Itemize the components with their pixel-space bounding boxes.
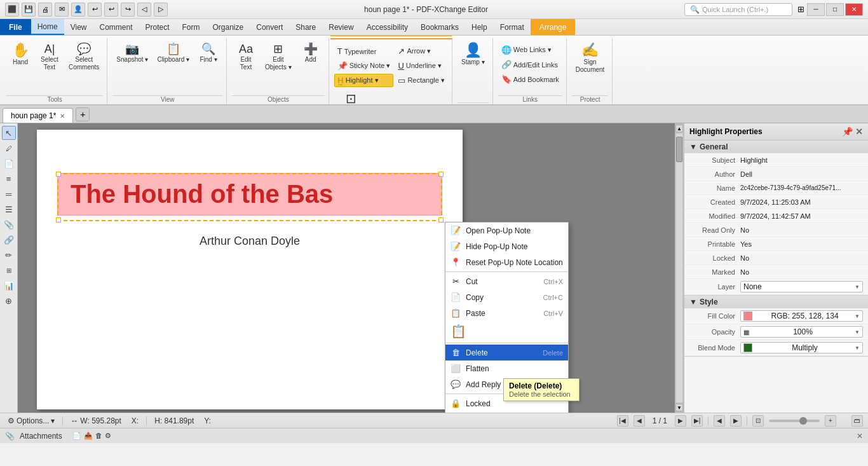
options-control[interactable]: ⚙ Options... ▾ bbox=[5, 416, 57, 425]
handle-bl[interactable] bbox=[56, 217, 61, 223]
menu-review[interactable]: Review bbox=[322, 19, 360, 35]
prev-page-button[interactable]: ◀ bbox=[634, 415, 645, 427]
blend-mode-dropdown[interactable]: Multiply ▼ bbox=[740, 342, 863, 353]
sticky-note-button[interactable]: 📌 Sticky Note ▾ bbox=[334, 59, 394, 72]
att-btn-2[interactable]: 📤 bbox=[84, 432, 93, 440]
maximize-button[interactable]: □ bbox=[826, 3, 844, 16]
pdf-tools-button[interactable]: 🗃 bbox=[851, 415, 863, 427]
cm-paste[interactable]: 📋 Paste Ctrl+V bbox=[445, 305, 568, 321]
handle-br[interactable] bbox=[438, 217, 444, 223]
add-button[interactable]: ➕ Add bbox=[297, 41, 325, 66]
select-text-button[interactable]: A| SelectText bbox=[36, 41, 64, 74]
menu-file[interactable]: File bbox=[0, 19, 31, 35]
sign-document-button[interactable]: ✍ SignDocument bbox=[572, 41, 609, 76]
fit-page-button[interactable]: ⊡ bbox=[752, 415, 764, 427]
panel-close-button[interactable]: ✕ bbox=[855, 127, 863, 137]
select-comments-button[interactable]: 💬 SelectComments bbox=[65, 41, 103, 74]
menu-organize[interactable]: Organize bbox=[207, 19, 250, 35]
lt-annot-btn[interactable]: ✏ bbox=[2, 248, 16, 262]
tab-close-button[interactable]: ✕ bbox=[60, 113, 65, 120]
highlight-button[interactable]: H̲ Highlight ▾ bbox=[334, 74, 394, 87]
undo2-icon[interactable]: ↩ bbox=[104, 3, 118, 17]
cm-marked[interactable]: 🏷 Marked bbox=[445, 411, 568, 413]
underline-button[interactable]: U Underline ▾ bbox=[395, 59, 448, 72]
document-tab[interactable]: houn page 1* ✕ bbox=[3, 108, 73, 123]
scroll-thumb[interactable] bbox=[676, 137, 682, 162]
menu-bookmarks[interactable]: Bookmarks bbox=[414, 19, 465, 35]
first-page-button[interactable]: |◀ bbox=[617, 415, 628, 427]
att-btn-4[interactable]: ⚙ bbox=[105, 432, 111, 440]
lt-attach-btn[interactable]: 📎 bbox=[2, 217, 16, 231]
menu-comment[interactable]: Comment bbox=[93, 19, 139, 35]
last-page-button[interactable]: ▶| bbox=[691, 415, 703, 427]
attachments-close-button[interactable]: ✕ bbox=[857, 432, 863, 441]
rectangle-button[interactable]: ▭ Rectangle ▾ bbox=[395, 74, 448, 87]
snapshot-button[interactable]: 📷 Snapshot ▾ bbox=[112, 41, 152, 66]
opacity-dropdown[interactable]: ▦ 100% ▼ bbox=[740, 326, 863, 338]
profile-icon[interactable]: 👤 bbox=[71, 3, 85, 17]
minimize-button[interactable]: ─ bbox=[807, 3, 825, 16]
lt-page-btn[interactable]: 📄 bbox=[2, 156, 16, 170]
print-icon[interactable]: 🖨 bbox=[38, 3, 52, 17]
clipboard-button[interactable]: 📋 Clipboard ▾ bbox=[153, 41, 193, 66]
layer-dropdown[interactable]: None ▼ bbox=[740, 281, 863, 292]
email-icon[interactable]: ✉ bbox=[55, 3, 69, 17]
menu-arrange[interactable]: Arrange bbox=[531, 19, 576, 35]
menu-share[interactable]: Share bbox=[289, 19, 322, 35]
lt-content-btn[interactable]: ⊞ bbox=[2, 263, 16, 277]
lt-sig-btn[interactable]: ⊕ bbox=[2, 294, 16, 308]
forward-icon[interactable]: ▷ bbox=[154, 3, 168, 17]
back-icon[interactable]: ◁ bbox=[137, 3, 151, 17]
menu-protect[interactable]: Protect bbox=[139, 19, 176, 35]
undo-icon[interactable]: ↩ bbox=[88, 3, 102, 17]
fill-color-dropdown[interactable]: RGB: 255, 128, 134 ▼ bbox=[740, 310, 863, 322]
lt-outline-btn[interactable]: ≡ bbox=[2, 172, 16, 186]
quick-launch-search[interactable]: 🔍 Quick Launch (Ctrl+.) bbox=[684, 3, 792, 16]
zoom-slider[interactable] bbox=[769, 420, 820, 422]
next-view-button[interactable]: ▶ bbox=[730, 415, 742, 427]
menu-accessibility[interactable]: Accessibility bbox=[360, 19, 414, 35]
selection-button[interactable]: ⊡ Selection bbox=[334, 90, 368, 106]
lt-link-btn[interactable]: 🔗 bbox=[2, 233, 16, 247]
zoom-in-button[interactable]: + bbox=[825, 415, 836, 427]
general-section-header[interactable]: ▼ General bbox=[684, 140, 868, 153]
cm-copy[interactable]: 📄 Copy Ctrl+C bbox=[445, 289, 568, 305]
prev-view-button[interactable]: ◀ bbox=[714, 415, 725, 427]
cm-cut[interactable]: ✂ Cut Ctrl+X bbox=[445, 273, 568, 289]
layout-icon[interactable]: ⊞ bbox=[797, 4, 804, 14]
add-edit-links-button[interactable]: 🔗 Add/Edit Links bbox=[498, 58, 562, 71]
lt-highlight-btn[interactable]: 🖊 bbox=[2, 141, 16, 155]
hand-tool-button[interactable]: ✋ Hand bbox=[6, 41, 34, 69]
att-btn-1[interactable]: 📄 bbox=[72, 432, 81, 440]
cm-open-popup[interactable]: 📝 Open Pop-Up Note bbox=[445, 223, 568, 238]
zoom-thumb[interactable] bbox=[799, 417, 807, 425]
lt-struct-btn[interactable]: 📊 bbox=[2, 278, 16, 292]
menu-form[interactable]: Form bbox=[176, 19, 207, 35]
style-section-header[interactable]: ▼ Style bbox=[684, 296, 868, 308]
stamp-button[interactable]: 👤 Stamp ▾ bbox=[458, 41, 489, 69]
menu-home[interactable]: Home bbox=[31, 19, 64, 35]
cm-reset-popup[interactable]: 📍 Reset Pop-Up Note Location bbox=[445, 254, 568, 270]
new-tab-button[interactable]: + bbox=[76, 107, 90, 121]
menu-view[interactable]: View bbox=[64, 19, 93, 35]
lt-select-btn[interactable]: ↖ bbox=[2, 126, 16, 140]
att-btn-3[interactable]: 🗑 bbox=[95, 432, 102, 440]
menu-help[interactable]: Help bbox=[465, 19, 494, 35]
cm-hide-popup[interactable]: 📝 Hide Pop-Up Note bbox=[445, 238, 568, 254]
add-bookmark-button[interactable]: 🔖 Add Bookmark bbox=[498, 72, 562, 86]
scroll-up-button[interactable]: ▲ bbox=[675, 125, 683, 132]
menu-format[interactable]: Format bbox=[494, 19, 531, 35]
edit-objects-button[interactable]: ⊞ EditObjects ▾ bbox=[261, 41, 295, 74]
find-button[interactable]: 🔍 Find ▾ bbox=[194, 41, 222, 66]
panel-pin-button[interactable]: 📌 bbox=[842, 127, 853, 137]
next-page-button[interactable]: ▶ bbox=[675, 415, 686, 427]
lt-tags-btn[interactable]: ☰ bbox=[2, 202, 16, 216]
typewriter-button[interactable]: T Typewriter bbox=[334, 45, 394, 58]
close-button[interactable]: ✕ bbox=[845, 3, 863, 16]
arrow-button[interactable]: ↗ Arrow ▾ bbox=[395, 45, 448, 58]
edit-text-button[interactable]: Aa EditText bbox=[232, 41, 260, 74]
scroll-down-button[interactable]: ▼ bbox=[675, 404, 683, 411]
menu-convert[interactable]: Convert bbox=[250, 19, 289, 35]
pdf-scrollbar[interactable]: ▲ ▼ bbox=[675, 123, 684, 413]
web-links-button[interactable]: 🌐 Web Links ▾ bbox=[498, 43, 562, 57]
